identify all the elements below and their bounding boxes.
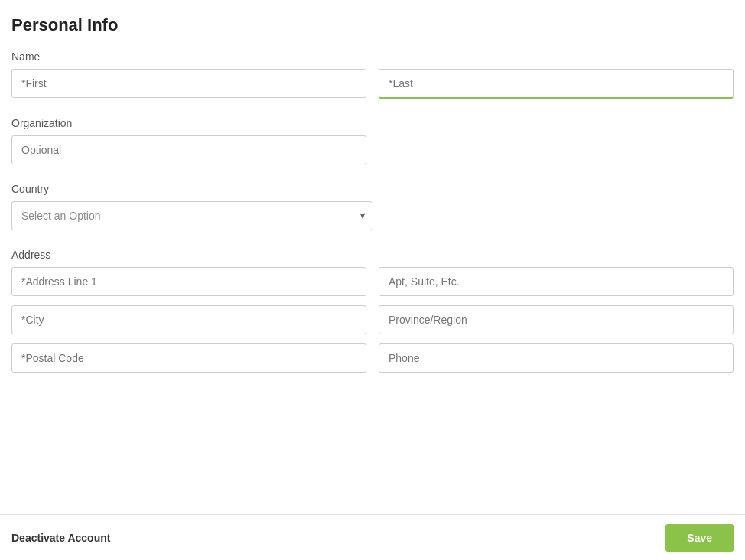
deactivate-account-button[interactable]: Deactivate Account [11,532,110,544]
country-section: Country Select an Option United States C… [11,183,734,230]
phone-col [379,343,734,373]
last-name-input[interactable] [379,69,734,99]
country-select[interactable]: Select an Option United States Canada Un… [11,201,372,230]
last-name-col [379,69,734,99]
city-col [11,305,366,334]
address-row-3 [11,343,734,373]
name-label: Name [11,50,734,63]
organization-input[interactable] [11,135,366,164]
address-line1-input[interactable] [11,267,366,296]
address-line2-input[interactable] [379,267,734,296]
first-name-col [11,69,366,99]
organization-label: Organization [11,117,734,129]
address-label: Address [11,249,734,261]
province-input[interactable] [379,305,734,334]
country-label: Country [11,183,734,195]
country-select-wrapper: Select an Option United States Canada Un… [11,201,372,230]
address-line2-col [379,267,734,296]
phone-input[interactable] [379,343,734,373]
address-line1-col [11,267,366,296]
first-name-input[interactable] [11,69,366,98]
address-section: Address [11,249,734,373]
organization-row [11,135,734,164]
page-title: Personal Info [11,15,734,35]
organization-col [11,135,366,164]
save-button[interactable]: Save [665,524,734,552]
name-row [11,69,734,99]
province-col [379,305,734,334]
footer-bar: Deactivate Account Save [0,514,745,560]
city-input[interactable] [11,305,366,334]
name-section: Name [11,50,734,99]
postal-col [11,343,366,373]
address-row-1 [11,267,734,296]
address-row-2 [11,305,734,334]
postal-code-input[interactable] [11,343,366,373]
organization-section: Organization [11,117,734,164]
